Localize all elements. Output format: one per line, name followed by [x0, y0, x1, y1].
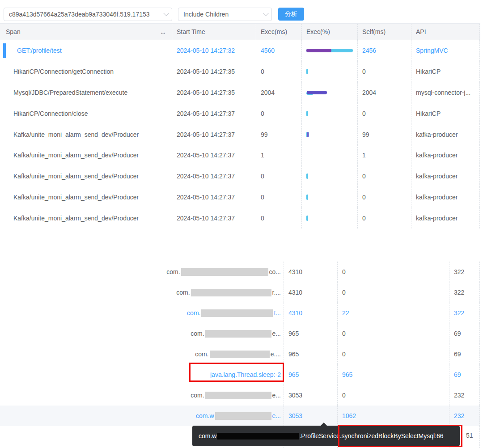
children-mode-select[interactable]: Include Children [178, 8, 272, 21]
self-ms-cell: 2456 [358, 40, 411, 61]
count-cell: 69 [449, 364, 480, 385]
api-cell: kafka-producer [411, 166, 480, 187]
self-ms-cell: 0 [358, 207, 411, 228]
redaction-box [215, 412, 271, 420]
self-ms-cell: 99 [358, 124, 411, 145]
self-ms-cell: 0 [338, 385, 449, 406]
exec-ms-cell: 99 [256, 124, 302, 145]
exec-pct-bar [302, 103, 358, 124]
chevron-down-icon [163, 10, 169, 16]
span-cell: Kafka/unite_moni_alarm_send_dev/Producer [0, 166, 172, 187]
self-ms-cell: 0 [338, 344, 449, 364]
header-span: Span ↔ [0, 24, 172, 40]
table-row[interactable]: Kafka/unite_moni_alarm_send_dev/Producer… [0, 207, 480, 228]
table-row[interactable]: Kafka/unite_moni_alarm_send_dev/Producer… [0, 124, 480, 145]
span-cell: Mysql/JDBC/PreparedStatement/execute [0, 82, 172, 103]
api-link[interactable]: SpringMVC [416, 47, 448, 54]
table-row[interactable]: Kafka/unite_moni_alarm_send_dev/Producer… [0, 166, 480, 187]
tooltip-middle: .ProfileService [299, 432, 339, 440]
exec-ms-cell: 4310 [284, 262, 338, 282]
exec-ms-cell: 3053 [284, 385, 338, 406]
redaction-box [191, 289, 271, 296]
table-row[interactable]: com.w e... 3053 1062 232 [0, 406, 480, 426]
count-cell: 232 [449, 385, 480, 406]
tooltip-prefix: com.w [199, 432, 216, 440]
count-cell: 322 [449, 262, 480, 282]
annotation-red-box-sync-method [338, 425, 462, 447]
start-time-cell: 2024-05-10 14:27:32 [172, 40, 256, 61]
redaction-box [210, 351, 270, 358]
span-cell: Kafka/unite_moni_alarm_send_dev/Producer [0, 207, 172, 228]
chevron-down-icon [263, 10, 269, 16]
exec-pct-bar [302, 207, 358, 228]
column-resize-icon[interactable]: ↔ [160, 28, 166, 36]
self-ms-cell: 0 [358, 103, 411, 124]
start-time-cell: 2024-05-10 14:27:37 [172, 124, 256, 145]
table-row[interactable]: Mysql/JDBC/PreparedStatement/execute 202… [0, 82, 480, 103]
table-row[interactable]: Kafka/unite_moni_alarm_send_dev/Producer… [0, 145, 480, 166]
self-ms-cell: 1 [358, 145, 411, 166]
trace-analysis-page: c89a413d57664a25a73deab9a733046f.519.171… [0, 0, 483, 448]
count-cell: 69 [449, 344, 480, 364]
exec-ms-cell: 0 [256, 61, 302, 82]
exec-ms-cell: 0 [256, 207, 302, 228]
selected-row-indicator [3, 43, 6, 58]
method-cell: com. t... [0, 303, 284, 323]
trace-id-select[interactable]: c89a413d57664a25a73deab9a733046f.519.171… [4, 8, 172, 21]
redaction-box [205, 330, 271, 338]
children-mode-select-value: Include Children [183, 11, 229, 18]
self-ms-cell: 965 [338, 364, 449, 385]
analyze-button[interactable]: 分析 [278, 8, 304, 21]
span-link[interactable]: GET:/profile/test [17, 47, 62, 54]
span-cell: HikariCP/Connection/getConnection [0, 61, 172, 82]
exec-ms-cell: 1 [256, 145, 302, 166]
table-row[interactable]: HikariCP/Connection/close 2024-05-10 14:… [0, 103, 480, 124]
table-row[interactable]: com. e... 965 0 69 [0, 323, 480, 344]
api-cell: mysql-connector-j... [411, 82, 480, 103]
self-ms-cell: 0 [338, 262, 449, 282]
table-row[interactable]: com. t... 4310 22 322 [0, 303, 480, 323]
api-cell: kafka-producer [411, 124, 480, 145]
table-row[interactable]: HikariCP/Connection/getConnection 2024-0… [0, 61, 480, 82]
table-row[interactable]: com. r.... 4310 0 322 [0, 282, 480, 303]
header-exec-ms: Exec(ms) [256, 24, 302, 40]
method-cell: com. e... [0, 323, 284, 344]
redaction-box [201, 309, 273, 317]
exec-ms-cell: 965 [284, 344, 338, 364]
api-cell: kafka-producer [411, 145, 480, 166]
count-cell: 322 [449, 282, 480, 303]
trace-table-header: Span ↔ Start Time Exec(ms) Exec(%) Self(… [0, 23, 480, 40]
exec-ms-cell: 0 [256, 187, 302, 208]
exec-pct-bar [302, 187, 358, 208]
self-ms-cell: 22 [338, 303, 449, 323]
exec-ms-cell: 4310 [284, 282, 338, 303]
table-row[interactable]: com. e.... 965 0 69 [0, 344, 480, 364]
self-ms-cell: 0 [338, 323, 449, 344]
exec-ms-cell: 0 [256, 166, 302, 187]
method-cell: com. r.... [0, 282, 284, 303]
start-time-cell: 2024-05-10 14:27:37 [172, 145, 256, 166]
table-row[interactable]: com. e... 3053 0 232 [0, 385, 480, 406]
exec-ms-cell: 965 [284, 323, 338, 344]
api-cell: HikariCP [411, 61, 480, 82]
method-cell: com. co... [0, 262, 284, 282]
start-time-cell: 2024-05-10 14:27:37 [172, 103, 256, 124]
table-row[interactable]: GET:/profile/test 2024-05-10 14:27:32 45… [0, 40, 480, 61]
trace-table: Span ↔ Start Time Exec(ms) Exec(%) Self(… [0, 23, 480, 228]
start-time-cell: 2024-05-10 14:27:35 [172, 61, 256, 82]
span-cell: Kafka/unite_moni_alarm_send_dev/Producer [0, 145, 172, 166]
start-time-cell: 2024-05-10 14:27:37 [172, 187, 256, 208]
count-cell: 69 [449, 323, 480, 344]
trace-id-select-value: c89a413d57664a25a73deab9a733046f.519.171… [9, 11, 150, 18]
api-cell: HikariCP [411, 103, 480, 124]
exec-ms-cell: 965 [284, 364, 338, 385]
exec-ms-cell: 4560 [256, 40, 302, 61]
table-row[interactable]: com. co... 4310 0 322 [0, 262, 480, 282]
method-cell: com.w e... [0, 406, 284, 426]
exec-pct-bar [302, 145, 358, 166]
api-cell: kafka-producer [411, 207, 480, 228]
exec-pct-bar [302, 61, 358, 82]
start-time-cell: 2024-05-10 14:27:37 [172, 207, 256, 228]
table-row[interactable]: Kafka/unite_moni_alarm_send_dev/Producer… [0, 187, 480, 208]
exec-pct-bar [302, 82, 358, 103]
